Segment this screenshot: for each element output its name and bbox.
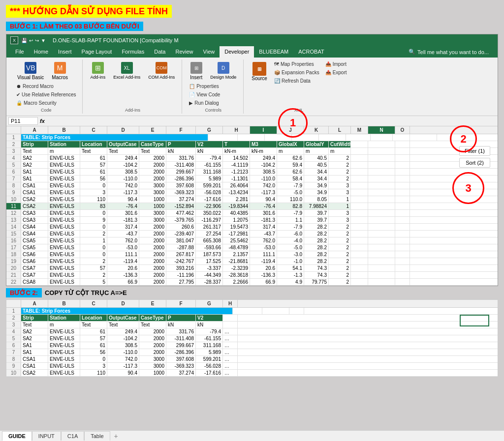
cell-e13[interactable]: 3000 [139, 217, 166, 223]
cell-i8[interactable]: 742.0 [250, 182, 277, 189]
redo-icon[interactable]: ↪ [35, 38, 39, 43]
cell-k5[interactable]: 40.5 [304, 162, 329, 168]
cell-l12[interactable]: 3 [329, 210, 351, 216]
cell-l21[interactable]: 2 [329, 272, 351, 278]
cell-h20[interactable]: -2.3239 [223, 265, 250, 271]
cell-l14[interactable]: 2 [329, 224, 351, 230]
cell-d19[interactable]: -119.4 [107, 258, 139, 265]
cell-d13[interactable]: -181.3 [107, 217, 139, 223]
col-header-h[interactable]: H [223, 126, 250, 134]
cell-h16[interactable]: 25.5462 [223, 237, 250, 244]
cell-h15[interactable]: -17.2981 [223, 231, 250, 237]
cell-i4[interactable]: 249.4 [250, 155, 277, 161]
cell-g7[interactable]: 5.989 [196, 176, 223, 182]
cell-a2[interactable]: Strip [21, 141, 48, 147]
cell-k14[interactable]: 28.2 [304, 224, 329, 230]
cell-g2[interactable]: V2 [196, 141, 223, 147]
cell-c2[interactable]: Location [80, 141, 107, 147]
sheet-tab-c1a[interactable]: C1A [61, 431, 84, 441]
t2-f9[interactable]: -369.323 [166, 363, 196, 369]
cell-d5[interactable]: -104.2 [107, 162, 139, 168]
cell-i22[interactable]: 66.9 [250, 279, 277, 285]
cell-g21[interactable]: -44.349 [196, 272, 223, 278]
cell-b19[interactable]: ENVE-ULS [48, 258, 80, 265]
cell-g9[interactable]: -56.028 [196, 189, 223, 196]
cell-b13[interactable]: ENVE-ULS [48, 217, 80, 223]
t2-g2[interactable]: V2 [196, 315, 223, 321]
cell-j22[interactable]: 4.9 [277, 279, 304, 285]
cell-g18[interactable]: 187.573 [196, 251, 223, 258]
tab-developer[interactable]: Developer [220, 46, 254, 58]
cell-f19[interactable]: -242.767 [166, 258, 196, 265]
cell-i15[interactable]: -43.7 [250, 231, 277, 237]
tab-insert[interactable]: Insert [53, 46, 77, 58]
cell-i9[interactable]: -117.3 [250, 189, 277, 196]
cell-b20[interactable]: ENVE-ULS [48, 265, 80, 271]
cell-a12[interactable]: CSA3 [21, 210, 48, 216]
cell-b11[interactable]: ENVE-ULS [48, 203, 80, 209]
cell-k19[interactable]: 28.2 [304, 258, 329, 265]
cell-b10[interactable]: ENVE-ULS [48, 196, 80, 203]
cell-k12[interactable]: 39.7 [304, 210, 329, 216]
cell-i5[interactable]: -104.2 [250, 162, 277, 168]
cell-h22[interactable]: 2.2666 [223, 279, 250, 285]
cell-d14[interactable]: 317.4 [107, 224, 139, 230]
cell-i21[interactable]: -136.3 [250, 272, 277, 278]
cell-a11[interactable]: CSA2 [21, 203, 48, 209]
cell-h6[interactable]: -1.2123 [223, 169, 250, 175]
cell-i6[interactable]: 308.5 [250, 169, 277, 175]
cell-e19[interactable]: 2000 [139, 258, 166, 265]
cell-d21[interactable]: -136.3 [107, 272, 139, 278]
cell-i18[interactable]: 111.1 [250, 251, 277, 258]
cell-f5[interactable]: -311.408 [166, 162, 196, 168]
cell-l7[interactable]: 2 [329, 176, 351, 182]
t2-g4[interactable]: -79.4 [196, 328, 223, 335]
t2-d8[interactable]: 742.0 [107, 356, 139, 362]
cell-a1[interactable]: TABLE: Strip Forces [21, 134, 208, 141]
t2-f7[interactable]: -286.396 [166, 349, 196, 355]
cell-f15[interactable]: -239.407 [166, 231, 196, 237]
cell-l11[interactable]: 1 [329, 203, 351, 209]
col-header-b[interactable]: B [48, 126, 80, 134]
cell-f18[interactable]: 267.817 [166, 251, 196, 258]
cell-k16[interactable]: 28.2 [304, 237, 329, 244]
run-dialog-btn[interactable]: ▶ Run Dialog [187, 99, 239, 107]
cell-j11[interactable]: 82.8 [277, 203, 304, 209]
cell-j16[interactable]: -4.0 [277, 237, 304, 244]
t2-d10[interactable]: 90.4 [107, 370, 139, 376]
cell-k3[interactable]: m [304, 148, 329, 154]
cell-b6[interactable]: ENVE-ULS [48, 169, 80, 175]
cell-c13[interactable]: 9 [80, 217, 107, 223]
cell-c19[interactable]: 2 [80, 258, 107, 265]
cell-k13[interactable]: 39.7 [304, 217, 329, 223]
sheet-tab-input[interactable]: INPUT [32, 431, 61, 441]
col-header-k[interactable]: K [304, 126, 329, 134]
cell-d2[interactable]: OutputCase [107, 141, 139, 147]
cell-a13[interactable]: CSA3 [21, 217, 48, 223]
cell-j8[interactable]: -7.9 [277, 182, 304, 189]
col2-header-c[interactable]: C [80, 300, 107, 307]
col2-header-d[interactable]: D [107, 300, 139, 307]
cell-l4[interactable]: 2 [329, 155, 351, 161]
cell-k7[interactable]: 34.4 [304, 176, 329, 182]
cell-h5[interactable]: -4.1119 [223, 162, 250, 168]
t2-c3[interactable]: Text [80, 322, 107, 328]
cell-j7[interactable]: 58.4 [277, 176, 304, 182]
cell-j15[interactable]: -6.0 [277, 231, 304, 237]
cell-a14[interactable]: CSA4 [21, 224, 48, 230]
t2-e5[interactable]: 2000 [139, 335, 166, 342]
cell-d9[interactable]: -117.3 [107, 189, 139, 196]
t2-f5[interactable]: -311.408 [166, 335, 196, 342]
cell-j10[interactable]: 110.0 [277, 196, 304, 203]
cell-g12[interactable]: 350.022 [196, 210, 223, 216]
t2-a6[interactable]: SA1 [21, 342, 48, 349]
cell-g5[interactable]: -61.155 [196, 162, 223, 168]
t2-e9[interactable]: 3000 [139, 363, 166, 369]
tab-view[interactable]: View [198, 46, 220, 58]
cell-c10[interactable]: 110 [80, 196, 107, 203]
cell-h4[interactable]: 14.502 [223, 155, 250, 161]
cell-l20[interactable]: 2 [329, 265, 351, 271]
cell-e12[interactable]: 3000 [139, 210, 166, 216]
cell-e10[interactable]: 1000 [139, 196, 166, 203]
col2-header-a[interactable]: A [21, 300, 48, 307]
